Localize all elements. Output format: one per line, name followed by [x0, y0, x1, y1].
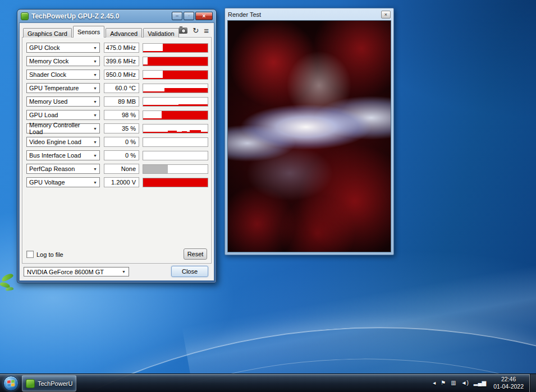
hidden-icons-chevron-icon[interactable]: ◂ — [433, 380, 436, 386]
sensor-label: GPU Temperature — [29, 85, 79, 91]
sensor-graph — [143, 43, 208, 53]
sensor-select[interactable]: Memory Clock▼ — [26, 56, 100, 66]
sensor-row: Memory Clock▼399.6 MHz — [26, 56, 211, 66]
sensor-row: Bus Interface Load▼0 % — [26, 150, 211, 160]
sensor-graph — [143, 110, 208, 120]
sensor-label: GPU Clock — [29, 44, 59, 51]
sensor-value: 98 % — [104, 110, 139, 120]
sensor-row: GPU Load▼98 % — [26, 110, 211, 120]
close-button[interactable]: Close — [171, 266, 208, 277]
render-test-titlebar[interactable]: Render Test × — [227, 10, 391, 19]
chevron-down-icon: ▼ — [93, 154, 97, 158]
log-to-file-checkbox[interactable] — [26, 251, 34, 258]
chevron-down-icon: ▼ — [93, 181, 97, 185]
sensor-value: 60.0 °C — [104, 83, 139, 93]
taskbar: TechPowerUp GP... ◂⚑▥◄)▂▄▆ 22:46 01-04-2… — [0, 373, 536, 392]
sensor-select[interactable]: Video Engine Load▼ — [26, 137, 100, 147]
gpuz-app-icon — [26, 379, 35, 388]
sensor-value: None — [104, 164, 139, 174]
chevron-down-icon: ▼ — [122, 270, 126, 274]
sensor-row: PerfCap Reason▼None — [26, 164, 211, 174]
maximize-button: ▫ — [184, 12, 194, 20]
sensor-select[interactable]: GPU Voltage▼ — [26, 177, 100, 187]
gpuz-tabs: Graphics CardSensorsAdvancedValidation — [23, 26, 180, 38]
gpuz-client-area: Graphics CardSensorsAdvancedValidation ↻… — [19, 22, 214, 281]
sensor-select[interactable]: GPU Clock▼ — [26, 43, 100, 53]
sensor-value: 35 % — [104, 123, 139, 133]
system-tray: ◂⚑▥◄)▂▄▆ 22:46 01-04-2022 — [433, 374, 536, 392]
menu-icon[interactable]: ≡ — [204, 26, 209, 35]
sensor-row: Shader Clock▼950.0 MHz — [26, 70, 211, 80]
sensors-tab-panel: GPU Clock▼475.0 MHzMemory Clock▼399.6 MH… — [22, 37, 212, 264]
sensor-label: Video Engine Load — [29, 139, 81, 145]
sensor-select[interactable]: Memory Controller Load▼ — [26, 123, 100, 133]
sensor-graph — [143, 57, 208, 66]
sensor-graph — [143, 178, 208, 187]
gpuz-window: TechPowerUp GPU-Z 2.45.0 – ▫ × Graphics … — [17, 9, 217, 283]
reset-button[interactable]: Reset — [184, 248, 207, 260]
sensor-row: GPU Clock▼475.0 MHz — [26, 43, 211, 53]
windows-flag-icon — [7, 380, 15, 387]
chevron-down-icon: ▼ — [93, 59, 97, 63]
close-icon[interactable]: × — [195, 12, 213, 20]
sensor-label: Shader Clock — [29, 71, 66, 78]
chevron-down-icon: ▼ — [93, 73, 97, 77]
clock-time: 22:46 — [501, 376, 516, 383]
sensor-label: GPU Voltage — [29, 179, 65, 186]
sensor-graph — [143, 164, 208, 174]
show-desktop-button[interactable] — [529, 374, 536, 392]
tab-graphics-card[interactable]: Graphics Card — [23, 28, 72, 38]
sensor-value: 950.0 MHz — [104, 70, 139, 80]
sensor-value: 0 % — [104, 150, 139, 160]
gpu-selector-dropdown[interactable]: NVIDIA GeForce 8600M GT ▼ — [24, 267, 129, 276]
sensor-graph — [143, 151, 208, 160]
gpuz-titlebar[interactable]: TechPowerUp GPU-Z 2.45.0 – ▫ × — [19, 10, 214, 22]
power-plug-icon[interactable]: ▥ — [451, 380, 456, 386]
gpuz-toolbar: ↻ ≡ — [178, 26, 209, 35]
taskbar-app-gpuz[interactable]: TechPowerUp GP... — [22, 375, 76, 391]
desktop: Render Test × TechPowerUp GPU-Z 2.45.0 –… — [0, 0, 536, 392]
sensor-value: 475.0 MHz — [104, 43, 139, 53]
taskbar-clock[interactable]: 22:46 01-04-2022 — [493, 376, 524, 390]
chevron-down-icon: ▼ — [93, 113, 97, 117]
sensor-select[interactable]: GPU Temperature▼ — [26, 83, 100, 93]
window-title: TechPowerUp GPU-Z 2.45.0 — [31, 12, 169, 20]
sensor-graph — [143, 124, 208, 133]
sensor-row: GPU Temperature▼60.0 °C — [26, 83, 211, 93]
refresh-icon[interactable]: ↻ — [193, 27, 199, 34]
sensor-value: 399.6 MHz — [104, 56, 139, 66]
start-button[interactable] — [3, 376, 19, 391]
sensor-label: GPU Load — [29, 112, 58, 118]
tab-validation[interactable]: Validation — [143, 28, 179, 38]
action-center-flag-icon[interactable]: ⚑ — [441, 380, 446, 386]
sensor-row: Memory Controller Load▼35 % — [26, 123, 211, 133]
sensor-select[interactable]: Shader Clock▼ — [26, 70, 100, 80]
render-test-viewport — [227, 20, 391, 252]
network-signal-icon[interactable]: ▂▄▆ — [474, 380, 486, 386]
taskbar-app-label: TechPowerUp GP... — [38, 380, 72, 387]
sensor-value: 1.2000 V — [104, 177, 139, 187]
sensor-graph — [143, 84, 208, 93]
sensor-select[interactable]: Bus Interface Load▼ — [26, 150, 100, 160]
sensor-value: 0 % — [104, 137, 139, 147]
sensor-row: Video Engine Load▼0 % — [26, 137, 211, 147]
sensor-select[interactable]: GPU Load▼ — [26, 110, 100, 120]
tab-sensors[interactable]: Sensors — [73, 26, 104, 38]
chevron-down-icon: ▼ — [93, 140, 97, 144]
sensor-graph — [143, 70, 208, 80]
minimize-button[interactable]: – — [172, 12, 182, 20]
sensor-select[interactable]: Memory Used▼ — [26, 96, 100, 107]
sensor-select[interactable]: PerfCap Reason▼ — [26, 164, 100, 174]
sensor-label: Bus Interface Load — [29, 152, 81, 159]
chevron-down-icon: ▼ — [93, 46, 97, 50]
chevron-down-icon: ▼ — [93, 86, 97, 90]
sensor-row: Memory Used▼89 MB — [26, 96, 211, 107]
volume-icon[interactable]: ◄) — [461, 380, 469, 386]
tab-advanced[interactable]: Advanced — [106, 28, 142, 38]
sensor-label: Memory Clock — [29, 58, 68, 64]
gpuz-app-icon — [21, 12, 29, 20]
screenshot-camera-icon[interactable] — [178, 27, 187, 34]
sensor-value: 89 MB — [104, 96, 139, 107]
sensor-graph — [143, 137, 208, 147]
close-button[interactable]: × — [381, 11, 391, 19]
